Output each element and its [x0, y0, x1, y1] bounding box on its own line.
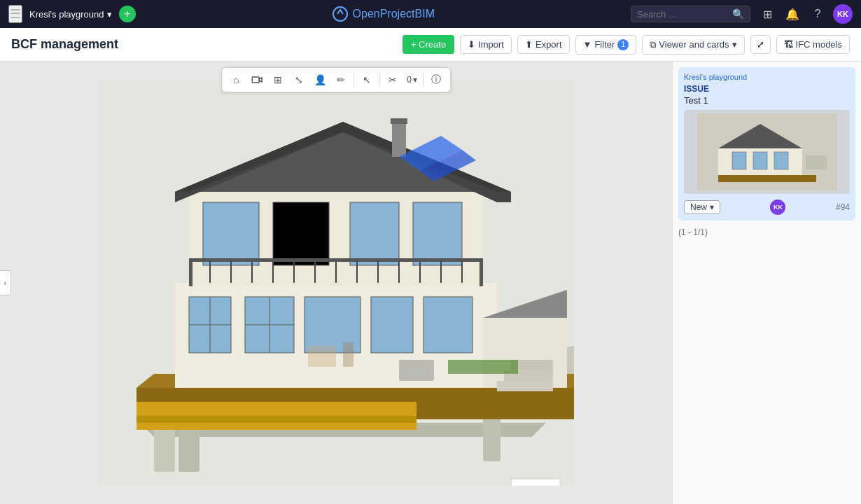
- cursor-toolbar-button[interactable]: ↖: [357, 70, 377, 90]
- svg-rect-27: [413, 202, 462, 265]
- camera-toolbar-button[interactable]: [247, 70, 267, 90]
- main-content: ⌂ ⊞ ⤡ 👤 ✏ ↖ ✂ 0 ▾ ⓘ ›: [0, 62, 861, 504]
- create-button[interactable]: + Create: [402, 35, 454, 54]
- svg-rect-1: [252, 77, 259, 83]
- export-button[interactable]: ⬆ Export: [517, 35, 570, 54]
- issue-card-project: Kresi's playground: [684, 73, 850, 81]
- svg-rect-18: [424, 297, 472, 353]
- issue-card[interactable]: Kresi's playground ISSUE Test 1: [678, 67, 855, 220]
- status-badge-button[interactable]: New ▾: [684, 200, 720, 214]
- project-selector[interactable]: Kresi's playground ▾: [29, 9, 112, 20]
- issue-card-type: ISSUE: [684, 84, 850, 94]
- counter-chevron: ▾: [413, 75, 417, 85]
- svg-rect-59: [308, 346, 336, 367]
- nav-icon-group: ⊞ 🔔 ? KK: [757, 4, 853, 24]
- svg-rect-48: [391, 118, 407, 124]
- ifc-models-button[interactable]: 🏗 IFC models: [776, 35, 850, 54]
- expand-icon: ⤢: [757, 39, 764, 50]
- expand-toolbar-button[interactable]: ⤡: [289, 70, 309, 90]
- new-item-button[interactable]: +: [119, 6, 136, 22]
- header-actions: + Create ⬇ Import ⬆ Export ▼ Filter 1 ⧉ …: [402, 35, 850, 55]
- toolbar-divider-3: [423, 73, 424, 87]
- svg-rect-69: [806, 155, 827, 169]
- viewer-button[interactable]: ⧉ Viewer and cards ▾: [642, 35, 744, 55]
- svg-rect-47: [392, 122, 406, 157]
- svg-marker-2: [259, 78, 262, 82]
- help-button[interactable]: ?: [808, 4, 827, 24]
- issue-card-image: [684, 110, 850, 194]
- import-icon: ⬇: [468, 39, 475, 50]
- info-toolbar-button[interactable]: ⓘ: [426, 70, 446, 90]
- issue-card-title: Test 1: [684, 95, 850, 106]
- scissors-toolbar-button[interactable]: ✂: [383, 70, 402, 90]
- viewer-toolbar: ⌂ ⊞ ⤡ 👤 ✏ ↖ ✂ 0 ▾ ⓘ: [221, 67, 451, 92]
- sidebar-toggle-button[interactable]: ›: [0, 270, 11, 295]
- viewer-icon: ⧉: [650, 39, 656, 50]
- counter-display: 0 ▾: [404, 75, 420, 85]
- export-icon: ⬆: [525, 39, 533, 50]
- svg-rect-24: [203, 202, 259, 265]
- toolbar-divider-2: [379, 73, 380, 87]
- filter-count-badge: 1: [617, 39, 629, 50]
- hamburger-button[interactable]: ☰: [8, 5, 22, 23]
- svg-rect-57: [511, 479, 560, 486]
- project-name: Kresi's playground: [29, 9, 104, 20]
- filter-icon: ▼: [583, 39, 592, 50]
- grid-nav-button[interactable]: ⊞: [757, 4, 777, 24]
- building-svg: BACK: [98, 80, 574, 486]
- search-input[interactable]: [637, 9, 728, 20]
- search-icon: 🔍: [732, 8, 744, 20]
- building-canvas: BACK: [0, 62, 672, 504]
- toolbar-divider: [354, 73, 354, 87]
- issue-thumbnail-svg: [697, 113, 837, 190]
- notifications-button[interactable]: 🔔: [783, 4, 802, 24]
- svg-rect-25: [273, 202, 329, 265]
- svg-rect-61: [448, 360, 518, 374]
- page-title: BCF management: [11, 37, 118, 52]
- search-bar: 🔍: [631, 6, 750, 22]
- svg-rect-53: [497, 381, 553, 391]
- project-chevron-icon: ▾: [107, 9, 112, 20]
- viewer-area[interactable]: ⌂ ⊞ ⤡ 👤 ✏ ↖ ✂ 0 ▾ ⓘ ›: [0, 62, 672, 504]
- svg-rect-68: [718, 175, 816, 182]
- issue-card-footer: New ▾ KK #94: [684, 200, 850, 215]
- pagination-info: (1 - 1/1): [678, 226, 855, 239]
- page-header: BCF management + Create ⬇ Import ⬆ Expor…: [0, 28, 861, 62]
- edit-toolbar-button[interactable]: ✏: [331, 70, 351, 90]
- import-button[interactable]: ⬇ Import: [460, 35, 512, 54]
- top-navigation: ☰ Kresi's playground ▾ + OpenProjectBIM …: [0, 0, 861, 28]
- svg-rect-7: [483, 412, 500, 461]
- svg-rect-11: [136, 416, 416, 423]
- viewer-chevron-icon: ▾: [732, 39, 737, 50]
- svg-rect-30: [479, 258, 483, 286]
- grid-toolbar-button[interactable]: ⊞: [268, 70, 288, 90]
- svg-rect-28: [189, 258, 483, 262]
- status-chevron-icon: ▾: [710, 202, 714, 212]
- person-toolbar-button[interactable]: 👤: [310, 70, 330, 90]
- app-logo: OpenProjectBIM: [143, 6, 624, 22]
- home-toolbar-button[interactable]: ⌂: [226, 70, 246, 90]
- svg-rect-65: [732, 152, 746, 169]
- svg-rect-29: [189, 258, 192, 286]
- svg-rect-26: [350, 202, 399, 265]
- filter-button[interactable]: ▼ Filter 1: [575, 35, 637, 55]
- svg-rect-60: [343, 342, 354, 367]
- right-panel: Kresi's playground ISSUE Test 1: [672, 62, 861, 504]
- svg-rect-67: [774, 152, 788, 169]
- logo-text: OpenProjectBIM: [353, 8, 435, 20]
- svg-rect-17: [371, 297, 413, 353]
- svg-rect-56: [399, 360, 434, 381]
- logo-icon: [332, 6, 349, 22]
- assigned-user-avatar: KK: [770, 200, 785, 215]
- issue-number: #94: [836, 202, 850, 212]
- ifc-icon: 🏗: [784, 39, 793, 50]
- expand-button[interactable]: ⤢: [750, 35, 771, 54]
- svg-rect-66: [753, 152, 767, 169]
- user-avatar[interactable]: KK: [833, 4, 853, 24]
